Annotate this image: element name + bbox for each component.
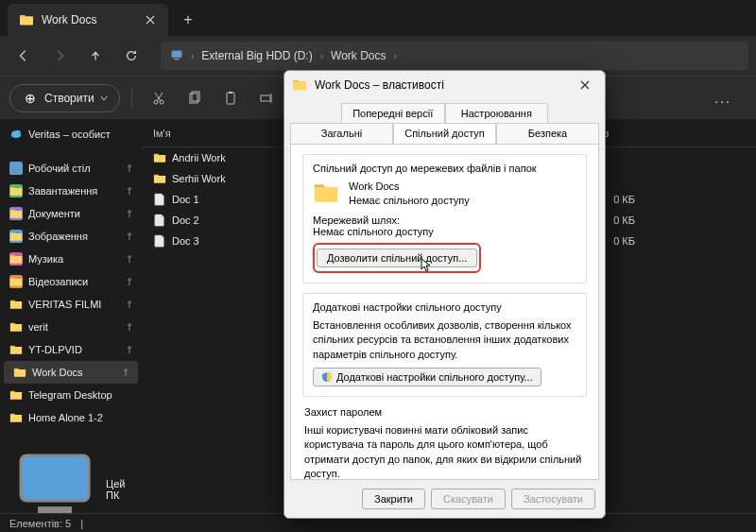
advanced-sharing-group: Додаткові настройки спільного доступу Вс…	[302, 293, 587, 397]
sidebar-item[interactable]: YT-DLPVID	[0, 338, 142, 361]
sidebar-item[interactable]: Робочий стіл	[0, 157, 142, 180]
svg-rect-13	[261, 95, 270, 101]
breadcrumb[interactable]: › External Big HDD (D:) › Work Docs ›	[161, 42, 748, 70]
advanced-sharing-button[interactable]: Додаткові настройки спільного доступу...	[313, 368, 541, 386]
network-sharing-group: Спільний доступ до мережевих файлів і па…	[302, 154, 587, 283]
sidebar-item[interactable]: Документи	[0, 202, 142, 225]
copy-button[interactable]	[180, 83, 210, 113]
folder-icon	[153, 172, 166, 185]
sidebar-item[interactable]: Home Alone 1-2	[0, 406, 142, 429]
folder-icon	[13, 366, 26, 379]
back-button[interactable]	[8, 40, 40, 72]
cut-button[interactable]	[144, 83, 174, 113]
pin-icon	[125, 345, 134, 354]
group-title: Спільний доступ до мережевих файлів і па…	[313, 163, 576, 174]
folder-icon	[292, 77, 307, 93]
advanced-desc: Встановлення особливих дозволів, створен…	[313, 318, 576, 362]
dialog-title-bar[interactable]: Work Docs – властивості	[284, 71, 605, 99]
videos-icon	[9, 275, 23, 288]
tab-security[interactable]: Безпека	[496, 123, 599, 144]
desktop-icon	[9, 162, 23, 175]
shield-icon	[321, 371, 333, 383]
sidebar-this-pc[interactable]: Цей ПК	[0, 440, 142, 513]
folder-icon	[19, 12, 34, 27]
music-icon	[9, 252, 23, 266]
pin-icon	[125, 232, 134, 241]
cursor-icon	[421, 258, 432, 273]
downloads-icon	[9, 184, 23, 197]
tab-general[interactable]: Загальні	[290, 123, 393, 144]
share-folder-name: Work Docs	[349, 180, 470, 194]
sidebar-item[interactable]: Завантаження	[0, 180, 142, 202]
file-icon	[153, 234, 166, 248]
folder-icon	[9, 320, 23, 334]
netpath-label: Мережевий шлях:	[313, 215, 576, 226]
chevron-right-icon: ›	[320, 51, 323, 61]
sidebar-item-label: VERITAS FILMI	[28, 299, 101, 310]
sidebar-item-label: Зображення	[28, 231, 88, 242]
more-button[interactable]: ...	[714, 91, 747, 106]
allow-sharing-button[interactable]: Дозволити спільний доступ...	[317, 249, 477, 267]
sidebar-item[interactable]: Veritas – особист	[0, 123, 142, 146]
dialog-close-button[interactable]	[573, 73, 597, 97]
share-status: Немає спільного доступу	[349, 194, 470, 208]
dialog-title: Work Docs – властивості	[315, 78, 444, 92]
breadcrumb-folder[interactable]: Work Docs	[331, 49, 386, 62]
rename-button[interactable]	[251, 83, 282, 113]
folder-icon	[9, 388, 23, 402]
close-button[interactable]: Закрити	[362, 489, 425, 509]
properties-dialog: Work Docs – властивості Попередні версії…	[284, 70, 606, 519]
close-tab-icon[interactable]	[144, 13, 157, 26]
cancel-button[interactable]: Скасувати	[431, 489, 506, 509]
share-button-highlight: Дозволити спільний доступ...	[313, 243, 481, 273]
title-bar: Work Docs +	[0, 0, 756, 36]
status-item-count: Елементів: 5	[9, 518, 71, 529]
pin-icon	[125, 163, 134, 173]
up-button[interactable]	[79, 40, 112, 72]
chevron-down-icon	[100, 94, 108, 102]
chevron-right-icon: ›	[191, 51, 194, 61]
pin-icon	[125, 254, 134, 264]
new-tab-button[interactable]: +	[174, 6, 202, 34]
sidebar-item[interactable]: Відеозаписи	[0, 270, 142, 293]
create-label: Створити	[44, 92, 94, 105]
netpath-value: Немає спільного доступу	[313, 226, 576, 237]
sidebar-item-label: Музика	[28, 253, 63, 265]
sidebar-item[interactable]: Музика	[0, 248, 142, 270]
pc-icon	[170, 49, 183, 62]
folder-icon	[9, 411, 23, 424]
tab-previous-versions[interactable]: Попередні версії	[341, 103, 445, 123]
pin-icon	[125, 186, 134, 196]
plus-icon: ⊕	[22, 90, 39, 107]
sidebar-item-label: YT-DLPVID	[28, 344, 82, 355]
forward-button[interactable]	[43, 40, 76, 72]
sidebar: Veritas – особистРобочий стілЗавантаженн…	[0, 119, 142, 513]
pictures-icon	[9, 230, 23, 243]
password-protect-group: Захист паролем Інші користувачі повинні …	[302, 406, 587, 480]
sidebar-item-label: Veritas – особист	[28, 129, 111, 140]
chevron-right-icon: ›	[394, 51, 397, 61]
svg-rect-11	[227, 93, 234, 104]
group-title: Додаткові настройки спільного доступу	[313, 301, 576, 313]
explorer-tab[interactable]: Work Docs	[8, 4, 168, 36]
sidebar-item[interactable]: Зображення	[0, 225, 142, 248]
separator	[131, 88, 132, 109]
pin-icon	[125, 300, 134, 309]
create-button[interactable]: ⊕ Створити	[9, 84, 120, 112]
folder-icon	[153, 151, 166, 164]
folder-icon	[9, 343, 23, 356]
tab-customize[interactable]: Настроювання	[445, 103, 549, 123]
group-title: Захист паролем	[304, 406, 585, 418]
pc-icon	[9, 444, 100, 513]
pin-icon	[125, 322, 134, 332]
paste-button[interactable]	[215, 83, 246, 113]
breadcrumb-drive[interactable]: External Big HDD (D:)	[201, 49, 312, 62]
tab-sharing[interactable]: Спільний доступ	[393, 123, 496, 144]
refresh-button[interactable]	[115, 40, 147, 72]
sidebar-item[interactable]: verit	[0, 316, 142, 338]
apply-button[interactable]: Застосувати	[511, 489, 595, 509]
sidebar-item[interactable]: Work Docs	[4, 361, 138, 384]
documents-icon	[9, 207, 23, 220]
sidebar-item[interactable]: Telegram Desktop	[0, 384, 142, 406]
sidebar-item[interactable]: VERITAS FILMI	[0, 293, 142, 316]
